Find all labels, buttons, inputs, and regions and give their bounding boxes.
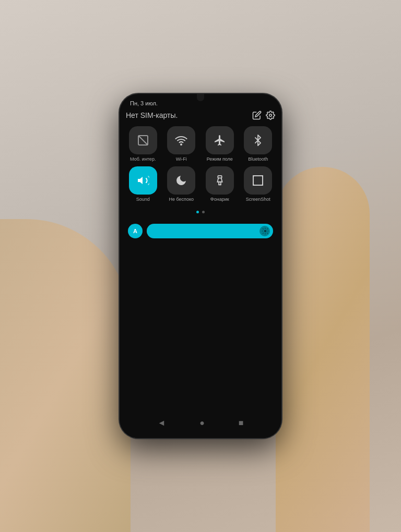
brightness-slider[interactable] <box>147 224 273 238</box>
tile-bluetooth[interactable]: Bluetooth <box>241 126 276 162</box>
home-button[interactable]: ● <box>196 415 208 431</box>
tile-dnd[interactable]: Не беспоко <box>164 166 199 202</box>
tile-flashlight-label: Фонарик <box>210 197 229 202</box>
screenshot-tile-icon <box>244 166 272 195</box>
tile-mobile-data[interactable]: Моб. интер. <box>126 126 160 162</box>
tile-mobile-data-label: Моб. интер. <box>130 156 156 162</box>
airplane-tile-icon <box>206 126 234 154</box>
svg-point-6 <box>264 229 267 232</box>
edit-icon[interactable] <box>252 111 262 120</box>
header-icons <box>252 111 275 120</box>
phone-screen: Пн, 3 июл. Нет SIM-карты. <box>120 94 281 438</box>
navigation-bar: ◄ ● ■ <box>120 410 281 438</box>
page-dots <box>126 207 275 217</box>
tile-airplane[interactable]: Режим поле <box>203 126 237 162</box>
notification-panel: Нет SIM-карты. <box>120 108 281 410</box>
recents-button[interactable]: ■ <box>235 415 247 431</box>
flashlight-tile-icon <box>206 166 234 195</box>
tile-wifi[interactable]: Wi-Fi <box>164 126 199 162</box>
tile-screenshot-label: ScreenShot <box>246 197 270 202</box>
brightness-icon <box>262 227 269 235</box>
back-button[interactable]: ◄ <box>154 415 169 431</box>
svg-point-0 <box>269 114 272 117</box>
tile-screenshot[interactable]: ScreenShot <box>241 166 276 202</box>
auto-brightness-button[interactable]: A <box>128 224 143 238</box>
wifi-tile-icon <box>167 126 195 154</box>
tile-flashlight[interactable]: Фонарик <box>203 166 237 202</box>
bluetooth-tile-icon <box>244 126 272 154</box>
dnd-tile-icon <box>167 166 195 195</box>
panel-header: Нет SIM-карты. <box>126 108 275 126</box>
tile-wifi-label: Wi-Fi <box>176 156 187 162</box>
phone-device: Пн, 3 июл. Нет SIM-карты. <box>120 94 281 438</box>
quick-tiles-grid: Моб. интер. Wi-Fi <box>126 126 275 202</box>
brightness-row: A <box>126 220 275 243</box>
sound-tile-icon <box>129 166 157 195</box>
tile-sound-label: Sound <box>136 197 150 202</box>
mobile-data-tile-icon <box>129 126 157 154</box>
svg-line-2 <box>138 136 148 145</box>
svg-point-3 <box>181 144 182 145</box>
dot-1 <box>196 211 199 213</box>
tile-bluetooth-label: Bluetooth <box>248 156 268 162</box>
camera-notch <box>197 94 204 101</box>
dot-2 <box>202 211 205 213</box>
settings-icon[interactable] <box>266 111 275 120</box>
date-text: Пн, 3 июл. <box>130 100 158 106</box>
sim-status: Нет SIM-карты. <box>126 111 178 119</box>
tile-sound[interactable]: Sound <box>126 166 160 202</box>
tile-airplane-label: Режим поле <box>207 156 233 162</box>
tile-dnd-label: Не беспоко <box>169 197 194 202</box>
svg-rect-5 <box>253 176 263 185</box>
empty-screen-area <box>126 243 275 402</box>
